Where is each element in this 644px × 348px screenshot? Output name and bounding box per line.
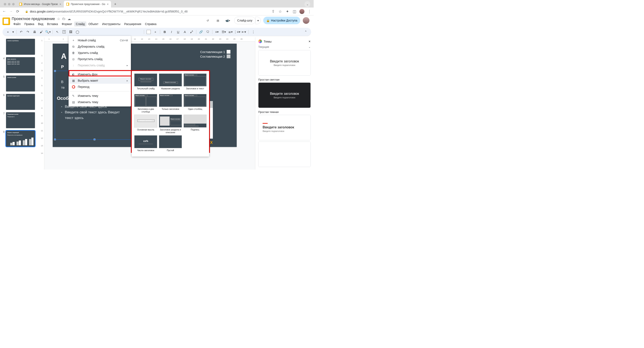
more-button[interactable]: ⋮ [250, 29, 256, 35]
slide-thumbnail[interactable]: 4Цель проекта:Введите свой текст здесьВв… [2, 57, 38, 73]
close-panel-button[interactable]: ✕ [308, 40, 311, 43]
slide-thumbnail[interactable]: Анализ проблемы [2, 39, 38, 55]
link-button[interactable]: 🔗 [198, 29, 204, 35]
theme-card[interactable]: Введите заголовокВведите подзаголовок [258, 50, 311, 76]
underline-button[interactable]: U [175, 29, 181, 35]
menu-item[interactable]: ✎Изменить тему [68, 93, 131, 99]
filmstrip[interactable]: Анализ проблемы4Цель проекта:Введите сво… [0, 37, 40, 170]
menu-справка[interactable]: Справка [143, 21, 158, 26]
menu-item[interactable]: ⧉Дублировать слайд [68, 43, 131, 50]
fill-color-button[interactable] [146, 29, 152, 35]
theme-card[interactable]: Введите заголовокВведите подзаголовок [258, 115, 311, 140]
browser-tab-1[interactable]: Проектное предложение - Go × [64, 1, 111, 7]
extensions-icon[interactable]: ✦ [285, 9, 290, 13]
align-button[interactable]: ≡▾ [214, 29, 220, 35]
menu-вставка[interactable]: Вставка [45, 21, 60, 26]
move-icon[interactable]: 🗀 [62, 17, 66, 21]
layout-option[interactable]: Введите заголовокТолько заголовок [159, 94, 182, 113]
minimize-window-icon[interactable] [8, 3, 10, 5]
text-color-button[interactable]: A [182, 29, 188, 35]
select-tool[interactable]: ↖ [54, 29, 60, 35]
theme-card[interactable] [258, 142, 311, 167]
shape-tool[interactable]: ◯ [74, 29, 80, 35]
zoom-button[interactable]: 🔍▾ [45, 29, 51, 35]
layout-option[interactable]: Введите заголовокОсновная мысль [134, 115, 157, 134]
new-tab-button[interactable]: + [112, 1, 118, 7]
slide-thumbnail[interactable]: 8Анализ тенденцийРезультаты исследования [2, 131, 38, 147]
close-tab-icon[interactable]: × [60, 2, 61, 6]
menu-правка[interactable]: Правка [22, 21, 36, 26]
redo-button[interactable]: ↷ [25, 29, 31, 35]
menu-расширения[interactable]: Расширения [122, 21, 143, 26]
new-slide-dropdown[interactable]: ▾ [12, 29, 15, 35]
slide-thumbnail[interactable]: 5Анализ рынка [2, 75, 38, 92]
menu-формат[interactable]: Формат [60, 21, 74, 26]
back-button[interactable]: ← [2, 9, 6, 13]
textbox-tool[interactable]: 🅃 [61, 29, 67, 35]
add-button[interactable]: + [152, 29, 158, 35]
menu-item[interactable]: ◎Пропустить слайд [68, 56, 131, 62]
menu-item[interactable]: ▦Выбрать макет▸ [68, 77, 131, 84]
bulleted-list-button[interactable]: ⋮≡▾ [234, 29, 240, 35]
url-input[interactable]: 🔒 docs.google.com/presentation/d/1fURh5S… [22, 8, 268, 15]
menu-объект[interactable]: Объект [87, 21, 100, 26]
tab-overflow-button[interactable]: ⌄ [304, 1, 310, 7]
menu-item[interactable]: +Новый слайдCtrl+M [68, 37, 131, 43]
layout-option[interactable]: Пустой [159, 135, 182, 154]
slide-title-text[interactable]: А [61, 52, 67, 61]
italic-button[interactable]: I [168, 29, 174, 35]
slides-logo-icon[interactable] [2, 17, 10, 25]
browser-tab-0[interactable]: Итоги месяца - Google Презе × [17, 1, 64, 7]
history-icon[interactable]: ↺ [204, 17, 212, 24]
numbered-list-button[interactable]: ≣▾ [228, 29, 233, 35]
theme-card[interactable]: Введите заголовокВведите подзаголовок [258, 82, 311, 108]
layout-option[interactable]: Введите заголовокЗаголовок и два столбца [134, 94, 157, 113]
layout-option[interactable]: Введите заголовокЗаголовок раздела и опи… [159, 115, 182, 134]
print-button[interactable]: 🖶 [32, 29, 38, 35]
slide-subtitle-text[interactable]: Р [61, 64, 64, 69]
menu-item[interactable]: ▤Изменить тему [68, 99, 131, 105]
layout-option[interactable]: Введите заголовокЗаголовок и текст [184, 73, 206, 92]
slide-thumbnail[interactable]: 7Тенденции рынкаТенденция 1 [2, 112, 38, 128]
paint-format-button[interactable]: 🖌 [38, 29, 44, 35]
maximize-window-icon[interactable] [12, 3, 15, 5]
close-tab-icon[interactable]: × [107, 2, 108, 6]
menu-item[interactable]: 🗑Удалить слайд [68, 50, 131, 56]
reload-button[interactable]: ⟳ [16, 9, 20, 13]
highlight-button[interactable]: 🖍 [188, 29, 194, 35]
document-title[interactable]: Проектное предложение [12, 17, 55, 21]
sidepanel-icon[interactable]: ◫ [292, 9, 296, 13]
comments-icon[interactable]: ▤ [214, 17, 222, 24]
share-button[interactable]: 🔒 Настройки Доступа [263, 17, 300, 24]
star-icon[interactable]: ☆ [57, 17, 60, 21]
indent-button[interactable]: ⇤▾ [241, 29, 247, 35]
menu-item[interactable]: ◐Изменить фон [68, 71, 131, 77]
close-window-icon[interactable] [4, 3, 6, 5]
collapse-icon[interactable]: ⌄ [308, 45, 311, 48]
profile-avatar[interactable] [300, 9, 304, 14]
window-controls[interactable] [2, 3, 17, 5]
comment-button[interactable]: 🗨 [205, 29, 210, 35]
menu-слайд[interactable]: Слайд [74, 21, 86, 26]
layout-option[interactable]: Введите заголовокНазвание раздела [159, 73, 182, 92]
browser-menu-icon[interactable]: ⋮ [307, 9, 312, 13]
new-slide-button[interactable]: + [5, 29, 11, 35]
layout-option[interactable]: xx%Число-заголовок [134, 135, 157, 154]
forward-button[interactable]: → [9, 9, 13, 13]
menu-item[interactable]: ⭕Переход [68, 84, 131, 90]
collapse-toolbar-button[interactable]: ⌃ [303, 29, 308, 35]
menu-вид[interactable]: Вид [36, 21, 45, 26]
share-page-icon[interactable]: ⇧ [271, 9, 275, 13]
slideshow-dropdown[interactable]: ▾ [256, 17, 261, 24]
slideshow-button[interactable]: Слайд-шоу [234, 17, 256, 24]
layout-option[interactable]: Подпись [184, 115, 206, 134]
bold-button[interactable]: B [162, 29, 168, 35]
menu-файл[interactable]: Файл [12, 21, 22, 26]
undo-button[interactable]: ↶ [18, 29, 24, 35]
layout-option[interactable]: Введите заголовокТитульный слайд [134, 73, 157, 92]
line-spacing-button[interactable]: ☰▾ [221, 29, 227, 35]
menu-инструменты[interactable]: Инструменты [100, 21, 122, 26]
bookmark-icon[interactable]: ☆ [278, 9, 282, 13]
meet-icon[interactable]: 📹▾ [224, 17, 232, 24]
account-avatar[interactable] [303, 17, 310, 24]
